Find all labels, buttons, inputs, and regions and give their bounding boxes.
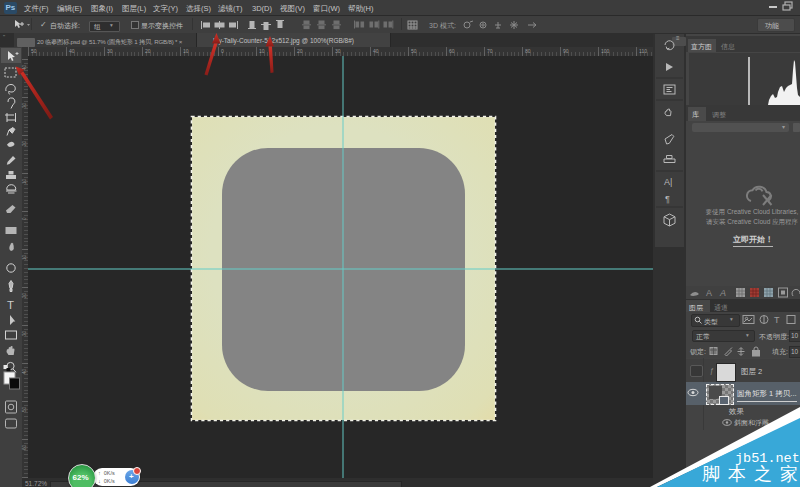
- svg-text:A: A: [706, 288, 712, 298]
- svg-text:T: T: [774, 315, 780, 325]
- svg-text:T: T: [7, 299, 14, 311]
- svg-text:脚本之家: 脚本之家: [702, 464, 800, 484]
- svg-text:¶: ¶: [665, 194, 670, 204]
- svg-text:A: A: [719, 288, 726, 298]
- svg-text:A|: A|: [664, 177, 672, 187]
